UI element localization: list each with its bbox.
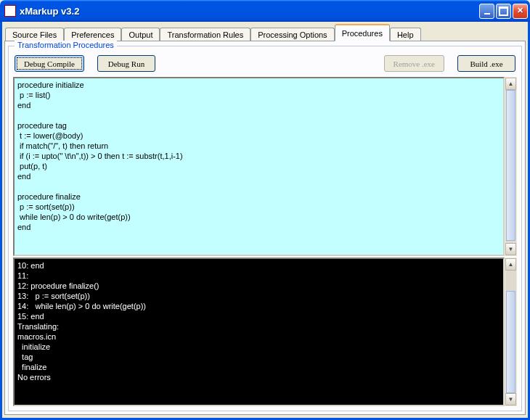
close-button[interactable] xyxy=(513,4,528,19)
debug-compile-button[interactable]: Debug Compile xyxy=(15,55,84,72)
build-exe-button[interactable]: Build .exe xyxy=(457,55,515,72)
tab-help[interactable]: Help xyxy=(390,28,421,41)
scroll-up-icon[interactable]: ▲ xyxy=(505,258,516,271)
tab-procedures[interactable]: Procedures xyxy=(335,24,390,41)
title-bar: xMarkup v3.2 xyxy=(0,0,530,22)
scroll-down-icon[interactable]: ▼ xyxy=(505,393,516,405)
window-title: xMarkup v3.2 xyxy=(20,6,479,17)
output-console[interactable]: 10: end 11: 12: procedure finalize() 13:… xyxy=(13,258,505,406)
group-title: Transformation Procedures xyxy=(15,41,117,49)
tab-transformation-rules[interactable]: Transformation Rules xyxy=(160,28,250,41)
minimize-button[interactable] xyxy=(479,4,494,19)
app-icon xyxy=(4,5,16,17)
debug-run-button[interactable]: Debug Run xyxy=(97,55,155,72)
editor-scrollbar[interactable]: ▲ ▼ xyxy=(505,77,517,256)
tab-output[interactable]: Output xyxy=(121,28,160,41)
maximize-button[interactable] xyxy=(496,4,511,19)
tab-preferences[interactable]: Preferences xyxy=(64,28,121,41)
tab-strip: Source Files Preferences Output Transfor… xyxy=(4,24,526,41)
tab-panel: Transformation Procedures Debug Compile … xyxy=(4,41,526,415)
source-editor[interactable]: procedure initialize p := list() end pro… xyxy=(13,77,505,256)
tab-processing-options[interactable]: Processing Options xyxy=(250,28,334,41)
tab-source-files[interactable]: Source Files xyxy=(5,28,64,41)
procedures-group: Transformation Procedures Debug Compile … xyxy=(8,46,522,411)
scroll-down-icon[interactable]: ▼ xyxy=(505,243,516,255)
scroll-up-icon[interactable]: ▲ xyxy=(505,78,516,90)
button-row: Debug Compile Debug Run Remove .exe Buil… xyxy=(13,55,517,72)
console-scrollbar[interactable]: ▲ ▼ xyxy=(505,258,517,406)
scroll-thumb[interactable] xyxy=(506,90,515,241)
scroll-thumb[interactable] xyxy=(506,291,515,393)
client-area: Source Files Preferences Output Transfor… xyxy=(0,22,530,420)
remove-exe-button: Remove .exe xyxy=(384,55,444,72)
